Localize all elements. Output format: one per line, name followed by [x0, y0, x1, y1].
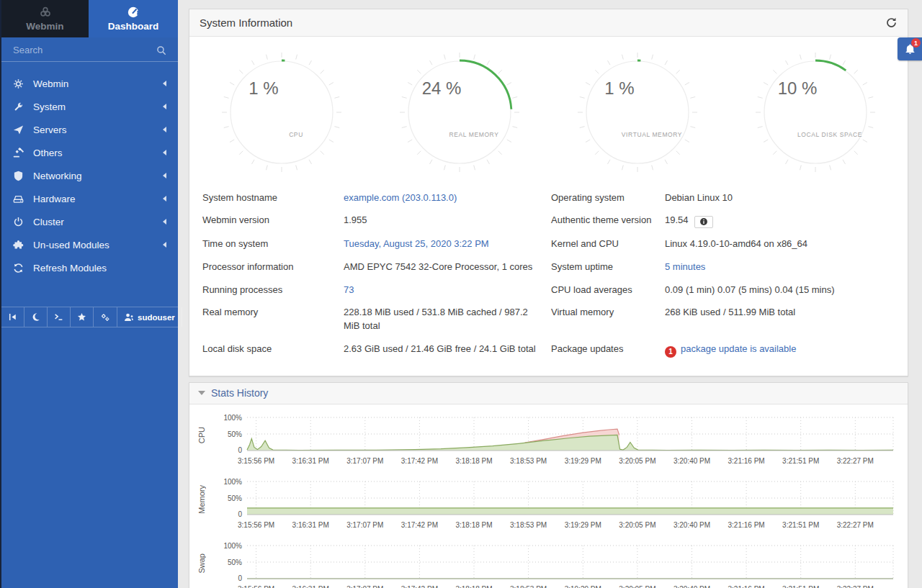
update-count-badge: 1 [665, 346, 676, 358]
svg-text:50%: 50% [228, 494, 242, 502]
info-value-link[interactable]: 73 [344, 284, 354, 295]
stats-history-header[interactable]: Stats History [189, 383, 908, 404]
cpu-history-chart: CPU100%50%03:15:56 PM3:16:31 PM3:17:07 P… [189, 413, 902, 469]
svg-text:3:21:51 PM: 3:21:51 PM [782, 521, 819, 529]
svg-text:3:22:27 PM: 3:22:27 PM [837, 457, 874, 465]
svg-text:3:20:05 PM: 3:20:05 PM [619, 585, 655, 588]
gear-icon [13, 78, 29, 89]
info-value: 0.09 (1 min) 0.07 (5 mins) 0.04 (15 mins… [665, 279, 900, 302]
sidebar-item-label: Cluster [33, 217, 163, 227]
sidebar-item-cluster[interactable]: Cluster [1, 210, 178, 233]
webmin-logo-icon [39, 6, 52, 19]
svg-text:24 %: 24 % [422, 78, 462, 98]
search-icon[interactable] [156, 45, 166, 55]
info-label: Authentic theme version [551, 209, 665, 233]
sidebar-item-system[interactable]: System [1, 95, 178, 118]
svg-text:0: 0 [238, 510, 242, 518]
tab-dashboard[interactable]: Dashboard [89, 0, 178, 37]
svg-text:3:20:40 PM: 3:20:40 PM [673, 457, 710, 465]
sidebar-item-refresh-modules[interactable]: Refresh Modules [1, 256, 178, 279]
gears-icon [100, 312, 110, 322]
svg-text:3:20:05 PM: 3:20:05 PM [619, 521, 655, 529]
page-title: System Information [200, 17, 885, 29]
collapse-sidebar-button[interactable] [1, 307, 24, 327]
svg-text:3:21:51 PM: 3:21:51 PM [782, 585, 819, 588]
svg-text:3:20:40 PM: 3:20:40 PM [673, 585, 710, 588]
sidebar-item-label: System [33, 101, 163, 112]
tab-dashboard-label: Dashboard [108, 21, 159, 32]
info-value-link[interactable]: example.com (203.0.113.0) [344, 192, 457, 203]
svg-text:3:16:31 PM: 3:16:31 PM [292, 585, 329, 588]
gauges-row: 1 %CPU24 %REAL MEMORY1 %VIRTUAL MEMORY10… [189, 37, 908, 176]
svg-text:3:17:07 PM: 3:17:07 PM [346, 457, 383, 465]
favorites-button[interactable] [71, 307, 94, 327]
user-button[interactable]: sudouser [117, 307, 182, 327]
info-value: example.com (203.0.113.0) [344, 186, 551, 209]
wrench-icon [13, 101, 29, 112]
night-mode-button[interactable] [24, 307, 48, 327]
info-value: 73 [344, 279, 551, 302]
svg-text:0: 0 [238, 446, 242, 454]
sidebar-item-unused-modules[interactable]: Un-used Modules [1, 233, 178, 256]
info-value-link[interactable]: 5 minutes [665, 261, 705, 272]
svg-text:CPU: CPU [289, 131, 303, 138]
sidebar-item-label: Refresh Modules [33, 263, 166, 273]
info-label: Processor information [202, 255, 344, 279]
info-value: Debian Linux 10 [665, 186, 900, 209]
sidebar-item-others[interactable]: Others [1, 141, 178, 164]
refresh-icon [13, 263, 29, 273]
star-icon [77, 312, 86, 322]
svg-text:LOCAL DISK SPACE: LOCAL DISK SPACE [797, 131, 862, 138]
svg-text:3:18:53 PM: 3:18:53 PM [510, 585, 547, 588]
info-label: Time on system [202, 232, 344, 255]
sidebar-item-label: Others [33, 148, 163, 158]
dashboard-gauge-icon [127, 6, 140, 19]
svg-text:3:19:29 PM: 3:19:29 PM [565, 521, 601, 529]
gauge-real-memory: 24 %REAL MEMORY [372, 51, 547, 173]
refresh-icon[interactable] [885, 17, 898, 29]
svg-text:3:15:56 PM: 3:15:56 PM [238, 457, 274, 465]
info-value-link[interactable]: Tuesday, August 25, 2020 3:22 PM [344, 238, 489, 249]
search-input[interactable] [13, 45, 156, 55]
chart-plot: 100%50%03:15:56 PM3:16:31 PM3:17:07 PM3:… [214, 541, 902, 588]
svg-text:3:15:56 PM: 3:15:56 PM [238, 585, 274, 588]
sidebar-item-label: Servers [33, 125, 163, 135]
chevron-left-icon [163, 242, 166, 248]
sidebar-item-servers[interactable]: Servers [1, 118, 178, 141]
info-value: 2.63 GiB used / 21.46 GiB free / 24.1 Gi… [344, 338, 551, 363]
svg-text:100%: 100% [223, 414, 242, 422]
theme-settings-button[interactable] [94, 307, 117, 327]
system-information-panel: System Information 1 %CPU24 %REAL MEMORY… [189, 9, 908, 376]
info-value: 228.18 MiB used / 531.8 MiB cached / 987… [344, 302, 551, 338]
sidebar-item-webmin[interactable]: Webmin [1, 72, 178, 95]
svg-text:0: 0 [238, 574, 242, 582]
notifications-tab[interactable]: 1 [898, 37, 922, 60]
sidebar-item-hardware[interactable]: Hardware [1, 187, 178, 210]
stats-history-title: Stats History [211, 387, 268, 399]
info-value: 19.54 [665, 209, 900, 233]
svg-text:10 %: 10 % [778, 78, 818, 98]
chart-y-axis-title: CPU [189, 413, 214, 469]
svg-text:3:17:07 PM: 3:17:07 PM [346, 521, 383, 529]
info-value: 5 minutes [665, 255, 900, 279]
sidebar-item-networking[interactable]: Networking [1, 164, 178, 187]
tab-webmin[interactable]: Webmin [1, 0, 89, 37]
svg-text:3:15:56 PM: 3:15:56 PM [238, 521, 274, 529]
info-label: Package updates [551, 338, 665, 363]
info-value-link[interactable]: package update is available [681, 343, 796, 354]
theme-info-button[interactable] [694, 216, 713, 228]
sidebar-item-label: Networking [33, 171, 163, 181]
svg-text:3:19:29 PM: 3:19:29 PM [565, 457, 601, 465]
svg-text:3:21:16 PM: 3:21:16 PM [728, 457, 765, 465]
user-icon [124, 312, 134, 322]
chevron-left-icon [163, 81, 166, 86]
chart-plot: 100%50%03:15:56 PM3:16:31 PM3:17:07 PM3:… [214, 413, 902, 469]
notification-count-badge: 1 [911, 38, 921, 48]
svg-text:3:16:31 PM: 3:16:31 PM [292, 521, 329, 529]
svg-text:3:22:27 PM: 3:22:27 PM [837, 521, 874, 529]
info-label: Webmin version [202, 209, 344, 233]
info-label: Kernel and CPU [551, 232, 665, 255]
svg-text:3:19:29 PM: 3:19:29 PM [565, 585, 601, 588]
terminal-button[interactable] [48, 307, 71, 327]
svg-text:3:17:42 PM: 3:17:42 PM [401, 521, 438, 529]
